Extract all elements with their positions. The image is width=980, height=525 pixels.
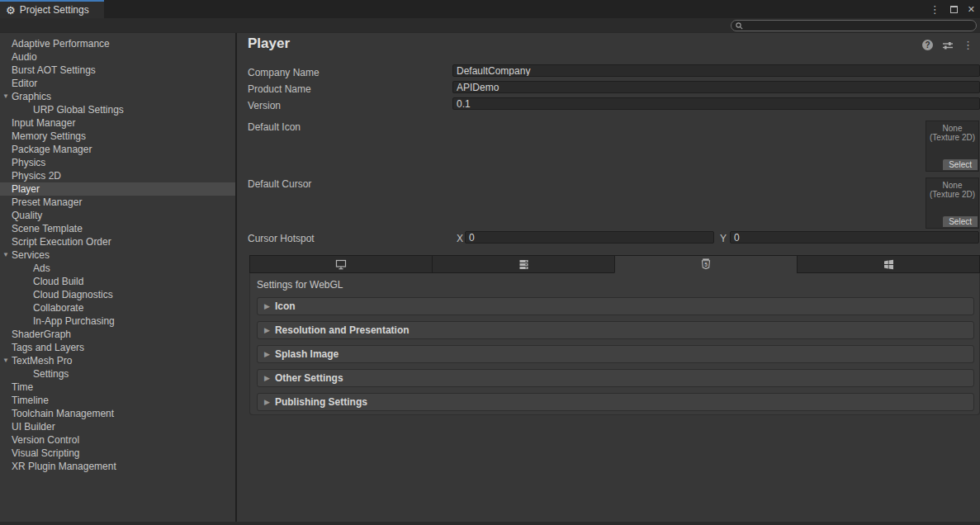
default-icon-label: Default Icon xyxy=(248,121,301,133)
product-name-input[interactable] xyxy=(452,81,980,93)
sidebar-item-shadergraph[interactable]: ShaderGraph xyxy=(0,328,235,341)
product-name-label: Product Name xyxy=(248,83,311,95)
sidebar-item-label: XR Plugin Management xyxy=(0,460,116,473)
sidebar-item-label: Player xyxy=(0,182,40,196)
search-input[interactable] xyxy=(746,21,953,31)
sidebar-item-burst-aot-settings[interactable]: Burst AOT Settings xyxy=(0,64,235,77)
sidebar-item-ui-builder[interactable]: UI Builder xyxy=(0,420,235,433)
foldout-open-triangle-icon[interactable]: ▼ xyxy=(2,354,9,367)
platform-tab-webgl[interactable]: 5 xyxy=(614,255,797,273)
foldout-closed-triangle-icon[interactable]: ▶ xyxy=(264,398,270,406)
default-cursor-type: (Texture 2D) xyxy=(926,190,978,199)
version-input[interactable] xyxy=(452,97,980,110)
sidebar-item-audio[interactable]: Audio xyxy=(0,50,235,64)
section-icon[interactable]: ▶Icon xyxy=(257,297,974,315)
sidebar-item-xr-plugin-management[interactable]: XR Plugin Management xyxy=(0,460,235,473)
foldout-closed-triangle-icon[interactable]: ▶ xyxy=(264,374,270,382)
project-settings-tab[interactable]: ⚙ Project Settings xyxy=(0,0,104,18)
version-label: Version xyxy=(248,100,281,111)
sidebar-item-script-execution-order[interactable]: Script Execution Order xyxy=(0,235,235,248)
section-label: Resolution and Presentation xyxy=(275,324,410,336)
foldout-closed-triangle-icon[interactable]: ▶ xyxy=(264,326,270,334)
section-publishing-settings[interactable]: ▶Publishing Settings xyxy=(257,393,974,411)
sidebar-item-label: Script Execution Order xyxy=(0,235,111,248)
sidebar-item-editor[interactable]: Editor xyxy=(0,77,235,90)
project-settings-window: ⚙ Project Settings ⋮ ✕ Adaptive Performa… xyxy=(0,0,980,525)
sidebar-item-label: TextMesh Pro xyxy=(0,354,72,367)
sidebar-item-version-control[interactable]: Version Control xyxy=(0,433,235,447)
dedicated-server-platform-icon xyxy=(518,259,529,270)
section-other-settings[interactable]: ▶Other Settings xyxy=(257,369,974,387)
section-resolution-and-presentation[interactable]: ▶Resolution and Presentation xyxy=(257,321,974,339)
windows-platform-icon xyxy=(883,259,894,270)
sidebar-item-toolchain-management[interactable]: Toolchain Management xyxy=(0,407,235,420)
settings-sections: ▶Icon▶Resolution and Presentation▶Splash… xyxy=(257,297,974,417)
sidebar-item-urp-global-settings[interactable]: URP Global Settings xyxy=(0,103,235,116)
sidebar-item-label: Package Manager xyxy=(0,143,92,156)
sidebar-item-quality[interactable]: Quality xyxy=(0,209,235,222)
maximize-icon[interactable] xyxy=(950,6,958,13)
hotspot-x-input[interactable] xyxy=(465,231,714,244)
sidebar-item-timeline[interactable]: Timeline xyxy=(0,394,235,407)
hotspot-y-input[interactable] xyxy=(730,231,979,244)
sidebar: Adaptive PerformanceAudioBurst AOT Setti… xyxy=(0,33,235,522)
sidebar-item-label: Collaborate xyxy=(0,301,83,315)
default-icon-type: (Texture 2D) xyxy=(926,133,978,142)
foldout-open-triangle-icon[interactable]: ▼ xyxy=(2,248,9,262)
sidebar-item-adaptive-performance[interactable]: Adaptive Performance xyxy=(0,37,235,50)
close-icon[interactable]: ✕ xyxy=(968,5,975,14)
sidebar-item-ads[interactable]: Ads xyxy=(0,262,235,275)
sidebar-item-label: Version Control xyxy=(0,433,79,447)
sidebar-item-memory-settings[interactable]: Memory Settings xyxy=(0,130,235,143)
page-title: Player xyxy=(248,35,290,52)
foldout-open-triangle-icon[interactable]: ▼ xyxy=(2,90,9,103)
help-icon[interactable]: ? xyxy=(922,40,933,50)
company-name-input[interactable] xyxy=(452,64,980,77)
sidebar-item-visual-scripting[interactable]: Visual Scripting xyxy=(0,447,235,460)
section-label: Icon xyxy=(275,300,296,312)
sidebar-item-time[interactable]: Time xyxy=(0,381,235,394)
sidebar-item-services[interactable]: ▼Services xyxy=(0,248,235,262)
sidebar-item-preset-manager[interactable]: Preset Manager xyxy=(0,196,235,209)
sidebar-item-label: Cloud Diagnostics xyxy=(0,288,113,301)
sidebar-item-cloud-diagnostics[interactable]: Cloud Diagnostics xyxy=(0,288,235,301)
sidebar-item-collaborate[interactable]: Collaborate xyxy=(0,301,235,315)
sidebar-item-label: Time xyxy=(0,381,33,394)
platform-tab-desktop[interactable] xyxy=(249,255,432,273)
sidebar-item-player[interactable]: Player xyxy=(0,182,235,196)
default-cursor-object-field[interactable]: None (Texture 2D) Select xyxy=(926,177,979,229)
platform-tab-windows[interactable] xyxy=(797,255,980,273)
search-box[interactable] xyxy=(731,20,977,31)
default-cursor-value: None xyxy=(926,181,978,190)
sidebar-item-package-manager[interactable]: Package Manager xyxy=(0,143,235,156)
sidebar-item-input-manager[interactable]: Input Manager xyxy=(0,116,235,130)
sidebar-item-label: Preset Manager xyxy=(0,196,82,209)
sidebar-item-textmesh-pro[interactable]: ▼TextMesh Pro xyxy=(0,354,235,367)
window-menu-kebab-icon[interactable]: ⋮ xyxy=(930,4,940,15)
default-icon-select-button[interactable]: Select xyxy=(943,159,978,170)
sidebar-item-in-app-purchasing[interactable]: In-App Purchasing xyxy=(0,315,235,328)
sidebar-item-label: Scene Template xyxy=(0,222,83,235)
hotspot-x-label: X xyxy=(457,233,463,244)
platform-tab-dedicated-server[interactable] xyxy=(432,255,614,273)
sidebar-item-label: Timeline xyxy=(0,394,49,407)
section-label: Splash Image xyxy=(275,348,339,360)
sidebar-item-tags-and-layers[interactable]: Tags and Layers xyxy=(0,341,235,354)
section-splash-image[interactable]: ▶Splash Image xyxy=(257,345,974,363)
sidebar-item-cloud-build[interactable]: Cloud Build xyxy=(0,275,235,288)
sidebar-item-physics-2d[interactable]: Physics 2D xyxy=(0,169,235,182)
sidebar-item-label: Toolchain Management xyxy=(0,407,114,420)
webgl-platform-icon: 5 xyxy=(701,258,711,270)
sidebar-item-scene-template[interactable]: Scene Template xyxy=(0,222,235,235)
kebab-icon[interactable]: ⋮ xyxy=(963,40,973,50)
sidebar-item-settings[interactable]: Settings xyxy=(0,367,235,381)
default-cursor-select-button[interactable]: Select xyxy=(943,216,978,227)
presets-icon[interactable] xyxy=(942,40,954,50)
foldout-closed-triangle-icon[interactable]: ▶ xyxy=(264,350,270,358)
foldout-closed-triangle-icon[interactable]: ▶ xyxy=(264,302,270,310)
sidebar-item-graphics[interactable]: ▼Graphics xyxy=(0,90,235,103)
default-icon-object-field[interactable]: None (Texture 2D) Select xyxy=(926,121,979,172)
platform-tab-bar: 5 xyxy=(249,255,980,273)
sidebar-item-physics[interactable]: Physics xyxy=(0,156,235,169)
sidebar-item-label: URP Global Settings xyxy=(0,103,124,116)
